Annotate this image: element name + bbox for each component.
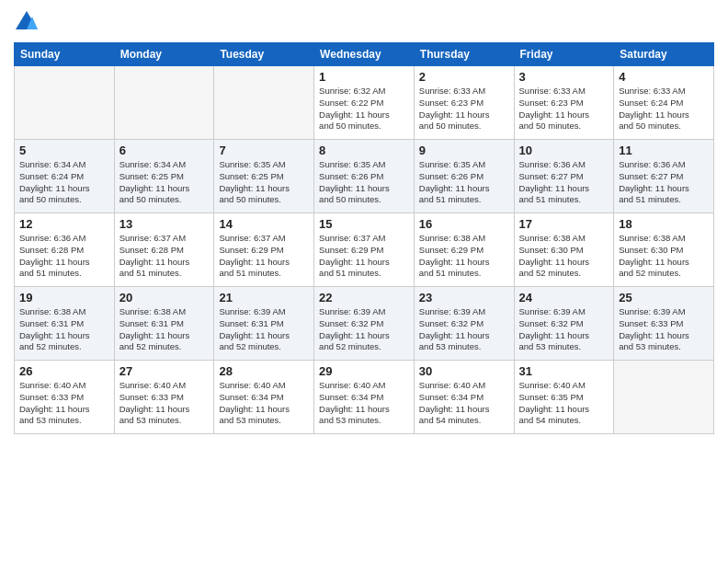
day-info: Sunrise: 6:38 AM Sunset: 6:30 PM Dayligh… — [519, 233, 609, 280]
calendar-week-row: 12Sunrise: 6:36 AM Sunset: 6:28 PM Dayli… — [15, 213, 714, 287]
calendar-day-cell: 14Sunrise: 6:37 AM Sunset: 6:29 PM Dayli… — [214, 213, 314, 287]
calendar-day-cell: 7Sunrise: 6:35 AM Sunset: 6:25 PM Daylig… — [214, 140, 314, 213]
day-number: 19 — [19, 291, 109, 304]
logo-icon — [14, 9, 40, 35]
day-info: Sunrise: 6:39 AM Sunset: 6:32 PM Dayligh… — [519, 306, 609, 353]
calendar-day-cell — [214, 66, 314, 140]
day-number: 30 — [419, 364, 509, 378]
calendar-week-row: 26Sunrise: 6:40 AM Sunset: 6:33 PM Dayli… — [15, 361, 714, 434]
calendar-day-cell: 8Sunrise: 6:35 AM Sunset: 6:26 PM Daylig… — [314, 140, 415, 213]
day-number: 10 — [519, 144, 609, 157]
day-info: Sunrise: 6:40 AM Sunset: 6:33 PM Dayligh… — [119, 380, 210, 427]
header-row: SundayMondayTuesdayWednesdayThursdayFrid… — [15, 43, 714, 66]
day-number: 17 — [519, 217, 609, 231]
calendar-day-cell: 24Sunrise: 6:39 AM Sunset: 6:32 PM Dayli… — [514, 287, 614, 361]
day-number: 20 — [119, 291, 210, 304]
day-info: Sunrise: 6:39 AM Sunset: 6:33 PM Dayligh… — [619, 306, 709, 353]
day-info: Sunrise: 6:37 AM Sunset: 6:29 PM Dayligh… — [319, 233, 409, 280]
calendar-day-cell: 2Sunrise: 6:33 AM Sunset: 6:23 PM Daylig… — [414, 66, 514, 140]
day-number: 28 — [219, 364, 309, 378]
day-number: 24 — [519, 291, 609, 304]
day-info: Sunrise: 6:37 AM Sunset: 6:29 PM Dayligh… — [219, 233, 309, 280]
day-info: Sunrise: 6:38 AM Sunset: 6:31 PM Dayligh… — [19, 306, 109, 353]
day-number: 18 — [619, 217, 709, 231]
day-info: Sunrise: 6:34 AM Sunset: 6:25 PM Dayligh… — [119, 159, 210, 206]
day-number: 7 — [219, 144, 309, 157]
day-info: Sunrise: 6:39 AM Sunset: 6:31 PM Dayligh… — [219, 306, 309, 353]
day-info: Sunrise: 6:38 AM Sunset: 6:30 PM Dayligh… — [619, 233, 709, 280]
calendar-day-cell: 20Sunrise: 6:38 AM Sunset: 6:31 PM Dayli… — [114, 287, 214, 361]
day-number: 12 — [19, 217, 109, 231]
calendar-week-row: 5Sunrise: 6:34 AM Sunset: 6:24 PM Daylig… — [15, 140, 714, 213]
day-number: 11 — [619, 144, 709, 157]
day-header: Wednesday — [314, 43, 415, 66]
day-info: Sunrise: 6:39 AM Sunset: 6:32 PM Dayligh… — [319, 306, 409, 353]
day-info: Sunrise: 6:36 AM Sunset: 6:27 PM Dayligh… — [519, 159, 609, 206]
day-info: Sunrise: 6:40 AM Sunset: 6:34 PM Dayligh… — [319, 380, 409, 427]
calendar-body: 1Sunrise: 6:32 AM Sunset: 6:22 PM Daylig… — [15, 66, 714, 434]
day-header: Thursday — [414, 43, 514, 66]
day-number: 21 — [219, 291, 309, 304]
page: SundayMondayTuesdayWednesdayThursdayFrid… — [0, 0, 728, 563]
day-info: Sunrise: 6:36 AM Sunset: 6:28 PM Dayligh… — [19, 233, 109, 280]
calendar-day-cell: 5Sunrise: 6:34 AM Sunset: 6:24 PM Daylig… — [15, 140, 115, 213]
calendar-day-cell: 4Sunrise: 6:33 AM Sunset: 6:24 PM Daylig… — [614, 66, 714, 140]
header — [14, 9, 714, 35]
calendar-day-cell: 25Sunrise: 6:39 AM Sunset: 6:33 PM Dayli… — [614, 287, 714, 361]
calendar-day-cell: 21Sunrise: 6:39 AM Sunset: 6:31 PM Dayli… — [214, 287, 314, 361]
calendar-day-cell: 13Sunrise: 6:37 AM Sunset: 6:28 PM Dayli… — [114, 213, 214, 287]
day-number: 29 — [319, 364, 409, 378]
day-info: Sunrise: 6:36 AM Sunset: 6:27 PM Dayligh… — [619, 159, 709, 206]
calendar-day-cell: 10Sunrise: 6:36 AM Sunset: 6:27 PM Dayli… — [514, 140, 614, 213]
day-info: Sunrise: 6:38 AM Sunset: 6:31 PM Dayligh… — [119, 306, 210, 353]
day-header: Tuesday — [214, 43, 314, 66]
day-number: 1 — [319, 70, 409, 84]
day-info: Sunrise: 6:37 AM Sunset: 6:28 PM Dayligh… — [119, 233, 210, 280]
day-info: Sunrise: 6:39 AM Sunset: 6:32 PM Dayligh… — [419, 306, 509, 353]
calendar-day-cell: 1Sunrise: 6:32 AM Sunset: 6:22 PM Daylig… — [314, 66, 415, 140]
day-info: Sunrise: 6:33 AM Sunset: 6:24 PM Dayligh… — [619, 86, 709, 132]
day-info: Sunrise: 6:40 AM Sunset: 6:33 PM Dayligh… — [19, 380, 109, 427]
day-number: 4 — [619, 70, 709, 84]
calendar-day-cell: 31Sunrise: 6:40 AM Sunset: 6:35 PM Dayli… — [514, 361, 614, 434]
calendar-day-cell: 3Sunrise: 6:33 AM Sunset: 6:23 PM Daylig… — [514, 66, 614, 140]
day-info: Sunrise: 6:35 AM Sunset: 6:25 PM Dayligh… — [219, 159, 309, 206]
day-info: Sunrise: 6:38 AM Sunset: 6:29 PM Dayligh… — [419, 233, 509, 280]
day-number: 3 — [519, 70, 609, 84]
calendar-day-cell: 29Sunrise: 6:40 AM Sunset: 6:34 PM Dayli… — [314, 361, 415, 434]
calendar-day-cell: 12Sunrise: 6:36 AM Sunset: 6:28 PM Dayli… — [15, 213, 115, 287]
day-number: 26 — [19, 364, 109, 378]
day-header: Friday — [514, 43, 614, 66]
day-info: Sunrise: 6:40 AM Sunset: 6:34 PM Dayligh… — [219, 380, 309, 427]
day-info: Sunrise: 6:40 AM Sunset: 6:35 PM Dayligh… — [519, 380, 609, 427]
calendar-day-cell: 6Sunrise: 6:34 AM Sunset: 6:25 PM Daylig… — [114, 140, 214, 213]
day-number: 15 — [319, 217, 409, 231]
logo — [14, 9, 43, 35]
calendar-week-row: 1Sunrise: 6:32 AM Sunset: 6:22 PM Daylig… — [15, 66, 714, 140]
calendar-day-cell: 27Sunrise: 6:40 AM Sunset: 6:33 PM Dayli… — [114, 361, 214, 434]
day-header: Saturday — [614, 43, 714, 66]
day-number: 22 — [319, 291, 409, 304]
day-info: Sunrise: 6:34 AM Sunset: 6:24 PM Dayligh… — [19, 159, 109, 206]
calendar-day-cell: 26Sunrise: 6:40 AM Sunset: 6:33 PM Dayli… — [15, 361, 115, 434]
day-number: 6 — [119, 144, 210, 157]
day-info: Sunrise: 6:32 AM Sunset: 6:22 PM Dayligh… — [319, 86, 409, 132]
calendar-day-cell: 15Sunrise: 6:37 AM Sunset: 6:29 PM Dayli… — [314, 213, 415, 287]
calendar-day-cell: 18Sunrise: 6:38 AM Sunset: 6:30 PM Dayli… — [614, 213, 714, 287]
day-number: 14 — [219, 217, 309, 231]
day-info: Sunrise: 6:33 AM Sunset: 6:23 PM Dayligh… — [519, 86, 609, 132]
day-info: Sunrise: 6:33 AM Sunset: 6:23 PM Dayligh… — [419, 86, 509, 132]
day-header: Monday — [114, 43, 214, 66]
calendar-day-cell: 11Sunrise: 6:36 AM Sunset: 6:27 PM Dayli… — [614, 140, 714, 213]
day-number: 9 — [419, 144, 509, 157]
day-number: 16 — [419, 217, 509, 231]
calendar-header: SundayMondayTuesdayWednesdayThursdayFrid… — [15, 43, 714, 66]
day-number: 25 — [619, 291, 709, 304]
day-number: 8 — [319, 144, 409, 157]
calendar-day-cell — [15, 66, 115, 140]
calendar-day-cell — [114, 66, 214, 140]
calendar-day-cell: 19Sunrise: 6:38 AM Sunset: 6:31 PM Dayli… — [15, 287, 115, 361]
calendar-day-cell — [614, 361, 714, 434]
day-number: 27 — [119, 364, 210, 378]
calendar-day-cell: 16Sunrise: 6:38 AM Sunset: 6:29 PM Dayli… — [414, 213, 514, 287]
